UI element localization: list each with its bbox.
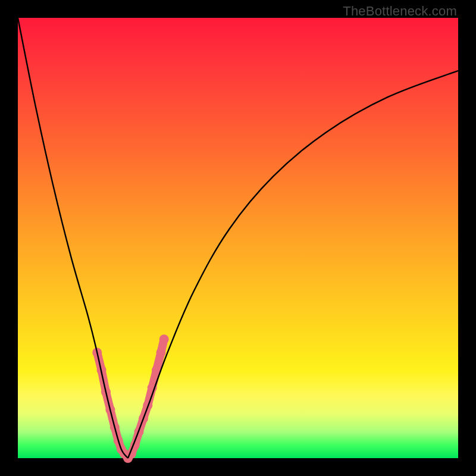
accent-dot bbox=[159, 334, 169, 344]
chart-frame: TheBottleneck.com bbox=[0, 0, 476, 476]
accent-dot bbox=[156, 347, 166, 357]
curve-layer bbox=[18, 18, 458, 458]
curve-group bbox=[18, 18, 458, 458]
curve-right-branch bbox=[128, 71, 458, 458]
accent-marker-group bbox=[92, 334, 168, 463]
curve-left-branch bbox=[18, 18, 128, 458]
watermark-text: TheBottleneck.com bbox=[343, 4, 457, 19]
